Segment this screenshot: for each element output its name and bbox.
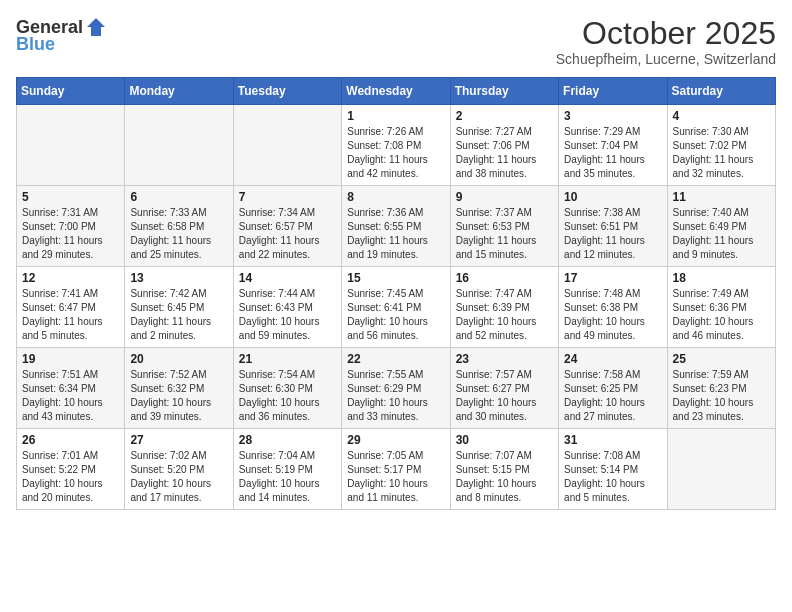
day-number: 4 — [673, 109, 770, 123]
sunrise-label: Sunrise: — [673, 369, 712, 380]
calendar-cell: 25 Sunrise: 7:59 AM Sunset: 6:23 PM Dayl… — [667, 348, 775, 429]
sunset-time: 6:57 PM — [276, 221, 313, 232]
calendar-cell: 7 Sunrise: 7:34 AM Sunset: 6:57 PM Dayli… — [233, 186, 341, 267]
calendar-cell: 27 Sunrise: 7:02 AM Sunset: 5:20 PM Dayl… — [125, 429, 233, 510]
sunrise-time: 7:59 AM — [712, 369, 749, 380]
day-number: 1 — [347, 109, 444, 123]
calendar-cell: 12 Sunrise: 7:41 AM Sunset: 6:47 PM Dayl… — [17, 267, 125, 348]
daylight-label: Daylight: 10 hours and 33 minutes. — [347, 397, 428, 422]
calendar-week-row: 19 Sunrise: 7:51 AM Sunset: 6:34 PM Dayl… — [17, 348, 776, 429]
sunset-label: Sunset: — [564, 302, 601, 313]
col-monday: Monday — [125, 78, 233, 105]
sunrise-time: 7:37 AM — [495, 207, 532, 218]
day-info: Sunrise: 7:58 AM Sunset: 6:25 PM Dayligh… — [564, 368, 661, 424]
day-info: Sunrise: 7:34 AM Sunset: 6:57 PM Dayligh… — [239, 206, 336, 262]
sunset-time: 7:06 PM — [492, 140, 529, 151]
day-info: Sunrise: 7:42 AM Sunset: 6:45 PM Dayligh… — [130, 287, 227, 343]
sunset-time: 6:38 PM — [601, 302, 638, 313]
sunset-time: 6:55 PM — [384, 221, 421, 232]
day-number: 15 — [347, 271, 444, 285]
daylight-label: Daylight: 10 hours and 43 minutes. — [22, 397, 103, 422]
sunset-label: Sunset: — [564, 140, 601, 151]
sunset-time: 5:17 PM — [384, 464, 421, 475]
sunset-label: Sunset: — [239, 302, 276, 313]
daylight-label: Daylight: 11 hours and 38 minutes. — [456, 154, 537, 179]
title-block: October 2025 Schuepfheim, Lucerne, Switz… — [556, 16, 776, 67]
sunrise-time: 7:44 AM — [278, 288, 315, 299]
day-number: 20 — [130, 352, 227, 366]
calendar-cell: 24 Sunrise: 7:58 AM Sunset: 6:25 PM Dayl… — [559, 348, 667, 429]
daylight-label: Daylight: 10 hours and 39 minutes. — [130, 397, 211, 422]
day-number: 10 — [564, 190, 661, 204]
sunrise-time: 7:36 AM — [387, 207, 424, 218]
day-number: 24 — [564, 352, 661, 366]
day-number: 7 — [239, 190, 336, 204]
day-number: 17 — [564, 271, 661, 285]
calendar-cell — [233, 105, 341, 186]
sunset-time: 6:43 PM — [276, 302, 313, 313]
sunrise-label: Sunrise: — [673, 126, 712, 137]
day-number: 12 — [22, 271, 119, 285]
calendar-cell: 10 Sunrise: 7:38 AM Sunset: 6:51 PM Dayl… — [559, 186, 667, 267]
daylight-label: Daylight: 11 hours and 35 minutes. — [564, 154, 645, 179]
logo-icon — [85, 16, 107, 38]
daylight-label: Daylight: 10 hours and 14 minutes. — [239, 478, 320, 503]
page-header: General Blue October 2025 Schuepfheim, L… — [16, 16, 776, 67]
daylight-label: Daylight: 11 hours and 5 minutes. — [22, 316, 103, 341]
sunrise-time: 7:55 AM — [387, 369, 424, 380]
sunrise-time: 7:38 AM — [604, 207, 641, 218]
day-info: Sunrise: 7:30 AM Sunset: 7:02 PM Dayligh… — [673, 125, 770, 181]
sunrise-time: 7:47 AM — [495, 288, 532, 299]
day-info: Sunrise: 7:33 AM Sunset: 6:58 PM Dayligh… — [130, 206, 227, 262]
daylight-label: Daylight: 11 hours and 25 minutes. — [130, 235, 211, 260]
sunset-time: 6:23 PM — [709, 383, 746, 394]
day-info: Sunrise: 7:40 AM Sunset: 6:49 PM Dayligh… — [673, 206, 770, 262]
sunrise-label: Sunrise: — [564, 369, 603, 380]
sunrise-label: Sunrise: — [456, 288, 495, 299]
day-info: Sunrise: 7:38 AM Sunset: 6:51 PM Dayligh… — [564, 206, 661, 262]
daylight-label: Daylight: 10 hours and 8 minutes. — [456, 478, 537, 503]
sunrise-label: Sunrise: — [130, 207, 169, 218]
sunrise-label: Sunrise: — [564, 450, 603, 461]
calendar-week-row: 5 Sunrise: 7:31 AM Sunset: 7:00 PM Dayli… — [17, 186, 776, 267]
sunset-label: Sunset: — [564, 464, 601, 475]
daylight-label: Daylight: 10 hours and 52 minutes. — [456, 316, 537, 341]
sunset-label: Sunset: — [673, 302, 710, 313]
col-wednesday: Wednesday — [342, 78, 450, 105]
day-number: 3 — [564, 109, 661, 123]
sunrise-time: 7:26 AM — [387, 126, 424, 137]
sunset-time: 6:32 PM — [167, 383, 204, 394]
sunset-time: 6:27 PM — [492, 383, 529, 394]
sunset-time: 7:04 PM — [601, 140, 638, 151]
day-number: 19 — [22, 352, 119, 366]
calendar-cell: 11 Sunrise: 7:40 AM Sunset: 6:49 PM Dayl… — [667, 186, 775, 267]
daylight-label: Daylight: 11 hours and 22 minutes. — [239, 235, 320, 260]
sunset-time: 5:19 PM — [276, 464, 313, 475]
day-info: Sunrise: 7:52 AM Sunset: 6:32 PM Dayligh… — [130, 368, 227, 424]
calendar-cell: 14 Sunrise: 7:44 AM Sunset: 6:43 PM Dayl… — [233, 267, 341, 348]
day-number: 5 — [22, 190, 119, 204]
sunset-label: Sunset: — [456, 221, 493, 232]
day-number: 13 — [130, 271, 227, 285]
sunset-label: Sunset: — [130, 383, 167, 394]
day-info: Sunrise: 7:02 AM Sunset: 5:20 PM Dayligh… — [130, 449, 227, 505]
sunrise-label: Sunrise: — [22, 288, 61, 299]
day-info: Sunrise: 7:44 AM Sunset: 6:43 PM Dayligh… — [239, 287, 336, 343]
sunrise-label: Sunrise: — [673, 207, 712, 218]
sunrise-time: 7:58 AM — [604, 369, 641, 380]
calendar-cell — [125, 105, 233, 186]
day-info: Sunrise: 7:36 AM Sunset: 6:55 PM Dayligh… — [347, 206, 444, 262]
day-info: Sunrise: 7:48 AM Sunset: 6:38 PM Dayligh… — [564, 287, 661, 343]
daylight-label: Daylight: 10 hours and 23 minutes. — [673, 397, 754, 422]
sunset-time: 6:39 PM — [492, 302, 529, 313]
daylight-label: Daylight: 10 hours and 17 minutes. — [130, 478, 211, 503]
sunrise-time: 7:30 AM — [712, 126, 749, 137]
sunset-label: Sunset: — [456, 383, 493, 394]
calendar-cell: 15 Sunrise: 7:45 AM Sunset: 6:41 PM Dayl… — [342, 267, 450, 348]
sunset-time: 7:08 PM — [384, 140, 421, 151]
calendar-week-row: 12 Sunrise: 7:41 AM Sunset: 6:47 PM Dayl… — [17, 267, 776, 348]
sunrise-time: 7:05 AM — [387, 450, 424, 461]
day-number: 31 — [564, 433, 661, 447]
day-number: 25 — [673, 352, 770, 366]
day-number: 18 — [673, 271, 770, 285]
